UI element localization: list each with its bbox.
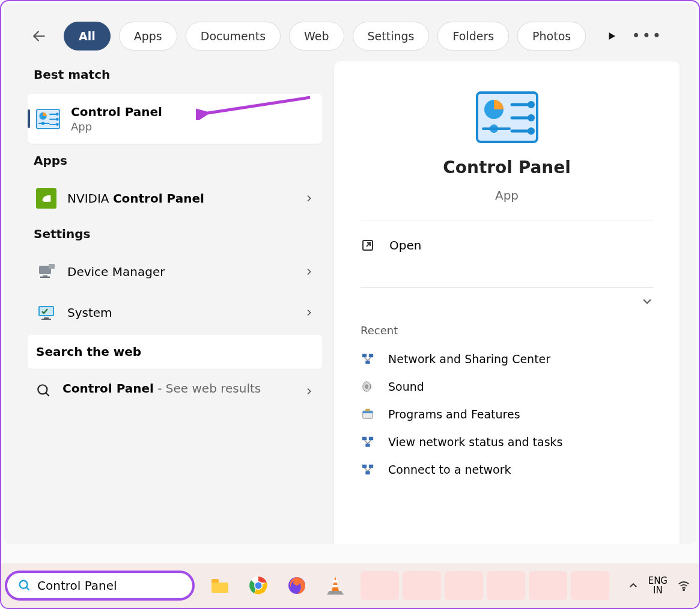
search-input[interactable] (37, 578, 187, 593)
svg-point-44 (20, 581, 28, 589)
svg-rect-36 (365, 444, 370, 447)
search-icon (18, 579, 31, 592)
filter-tab-bar: All Apps Documents Web Settings Folders … (4, 4, 696, 61)
svg-rect-24 (362, 354, 367, 358)
section-heading-search-web: Search the web (28, 335, 322, 369)
control-panel-icon (36, 107, 60, 131)
network-icon (361, 352, 375, 366)
preview-title: Control Panel (443, 158, 571, 177)
tab-label: Documents (201, 29, 266, 43)
preview-pane: Control Panel App Open Recent Network an… (334, 61, 680, 544)
result-nvidia-control-panel[interactable]: NVIDIA Control Panel (28, 180, 322, 217)
network-icon (361, 462, 375, 477)
nvidia-icon (36, 188, 56, 209)
tab-label: Folders (452, 29, 494, 43)
svg-rect-52 (333, 580, 338, 583)
tab-label: Apps (134, 29, 162, 43)
taskbar-app-placeholder[interactable] (445, 571, 483, 600)
taskbar-app-placeholder[interactable] (361, 571, 399, 600)
system-tray: ENG IN (628, 576, 690, 596)
recent-label: Sound (388, 380, 424, 393)
taskbar-spacer (361, 571, 616, 600)
chevron-down-icon[interactable] (641, 295, 653, 307)
recent-item-sound[interactable]: Sound (361, 373, 653, 400)
recent-label: Programs and Features (388, 408, 520, 421)
language-bottom: IN (648, 586, 668, 596)
tab-label: Web (304, 29, 329, 43)
preview-subtitle: App (495, 188, 519, 203)
taskbar-app-placeholder[interactable] (403, 571, 441, 600)
svg-rect-16 (49, 264, 55, 269)
tab-photos[interactable]: Photos (517, 22, 586, 50)
chevron-right-icon (304, 267, 314, 277)
system-icon (36, 302, 56, 323)
svg-point-55 (683, 589, 684, 590)
back-button[interactable] (28, 25, 50, 47)
recent-item-programs-features[interactable]: Programs and Features (361, 400, 653, 428)
results-list: Best match Control Panel App Apps NVIDIA… (28, 61, 322, 544)
tab-documents[interactable]: Documents (186, 22, 281, 50)
chrome-icon[interactable] (245, 572, 272, 599)
best-match-result[interactable]: Control Panel App (28, 94, 322, 144)
taskbar-search[interactable] (5, 571, 195, 601)
svg-line-28 (368, 357, 371, 361)
recent-item-network-status[interactable]: View network status and tasks (361, 428, 653, 456)
svg-marker-11 (609, 32, 616, 40)
result-label: Control Panel - See web results (62, 381, 293, 397)
taskbar-app-placeholder[interactable] (571, 571, 609, 600)
svg-rect-41 (365, 471, 370, 475)
sound-icon (361, 379, 375, 394)
result-system[interactable]: System (28, 294, 322, 331)
language-top: ENG (648, 576, 668, 586)
svg-rect-19 (44, 317, 49, 319)
wifi-icon[interactable] (677, 579, 690, 592)
programs-icon (361, 407, 375, 421)
vlc-icon[interactable] (322, 572, 348, 599)
tab-settings[interactable]: Settings (353, 22, 430, 50)
recent-label: View network status and tasks (388, 435, 562, 448)
more-tabs-button[interactable] (603, 27, 621, 45)
overflow-menu-button[interactable]: ••• (632, 28, 672, 44)
tab-apps[interactable]: Apps (119, 22, 177, 50)
svg-line-43 (368, 468, 371, 471)
tab-folders[interactable]: Folders (437, 22, 509, 50)
svg-rect-34 (362, 437, 367, 441)
svg-rect-14 (43, 275, 47, 277)
taskbar-app-placeholder[interactable] (529, 571, 567, 600)
svg-point-21 (38, 385, 47, 394)
result-device-manager[interactable]: Device Manager (28, 253, 322, 290)
svg-rect-20 (41, 319, 51, 320)
result-web-search[interactable]: Control Panel - See web results (28, 372, 322, 409)
result-label: System (67, 305, 293, 320)
svg-rect-15 (40, 277, 50, 278)
open-action[interactable]: Open (361, 221, 653, 269)
section-heading-settings: Settings (28, 221, 322, 249)
chevron-right-icon (304, 194, 314, 203)
firefox-icon[interactable] (284, 572, 310, 599)
tab-label: Photos (532, 29, 571, 43)
tab-label: All (79, 29, 96, 43)
taskbar-app-placeholder[interactable] (487, 571, 525, 600)
file-explorer-icon[interactable] (207, 572, 233, 599)
svg-rect-53 (332, 585, 338, 587)
svg-rect-33 (365, 409, 370, 412)
result-title: Control Panel (71, 105, 162, 119)
result-label: Device Manager (67, 265, 293, 279)
recent-item-network-sharing[interactable]: Network and Sharing Center (361, 345, 653, 373)
tab-all[interactable]: All (64, 22, 111, 50)
search-icon (36, 383, 52, 401)
tray-chevron-up-icon[interactable] (628, 580, 639, 591)
svg-rect-46 (212, 579, 219, 583)
svg-rect-39 (362, 465, 367, 468)
recent-item-connect-network[interactable]: Connect to a network (361, 456, 653, 483)
recent-label: Network and Sharing Center (388, 352, 550, 366)
device-manager-icon (36, 262, 56, 282)
result-subtitle: App (71, 120, 162, 133)
tab-web[interactable]: Web (289, 22, 344, 50)
language-indicator[interactable]: ENG IN (648, 576, 668, 596)
section-heading-apps: Apps (28, 147, 322, 176)
svg-line-38 (368, 440, 371, 444)
svg-rect-40 (369, 465, 373, 468)
control-panel-icon (476, 91, 538, 143)
result-label: NVIDIA Control Panel (67, 191, 293, 206)
